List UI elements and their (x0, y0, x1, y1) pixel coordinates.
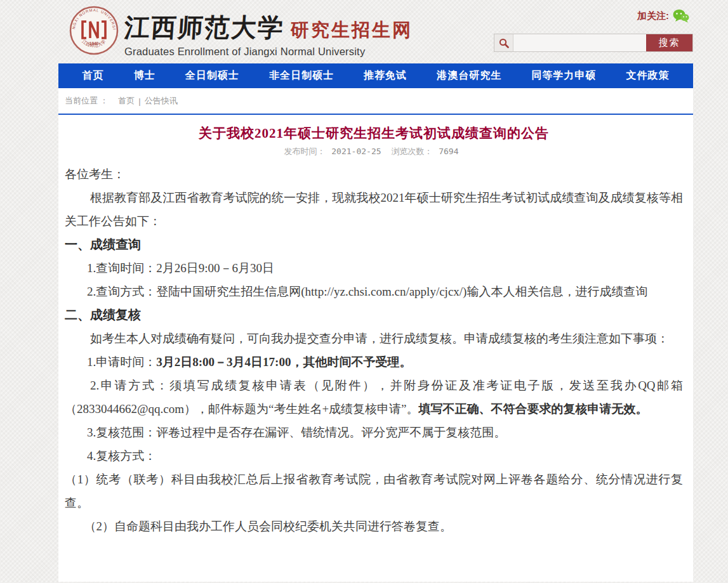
breadcrumb-home-link[interactable]: 首页 (118, 95, 135, 107)
site-title-chinese: 江西师范大学 (123, 10, 286, 45)
section2-item1-bold: 3月2日8:00－3月4日17:00，其他时间不予受理。 (156, 355, 411, 369)
site-title-english: Graduates Enrollment of Jiangxi Normal U… (124, 46, 413, 58)
view-count-value: 7694 (439, 147, 458, 156)
article: 关于我校2021年硕士研究生招生考试初试成绩查询的公告 发布时间： 2021-0… (58, 115, 693, 582)
section2-item4: 4.复核方式： (65, 444, 683, 468)
wechat-icon[interactable] (673, 9, 689, 23)
article-meta: 发布时间： 2021-02-25 浏览次数： 7694 (65, 146, 683, 157)
section2-item2: 2.申请方式：须填写成绩复核申请表（见附件），并附身份证及准考证电子版，发送至我… (65, 374, 683, 421)
main-navigation: 首页 博士 全日制硕士 非全日制硕士 推荐免试 港澳台研究生 同等学力申硕 文件… (58, 63, 693, 88)
page-column: JIANGXI NORMAL UNIVERSITY 1940 江西师范大学 江西… (58, 0, 693, 582)
site-header: JIANGXI NORMAL UNIVERSITY 1940 江西师范大学 江西… (58, 0, 693, 63)
section1-heading: 一、成绩查询 (65, 233, 683, 256)
site-title-suffix: 研究生招生网 (291, 18, 413, 43)
follow-us: 加关注: (637, 9, 689, 23)
section2-heading: 二、成绩复核 (65, 303, 683, 327)
nav-item-exempt-recommendation[interactable]: 推荐免试 (364, 69, 407, 82)
breadcrumb-spacer (112, 96, 115, 106)
breadcrumb-separator: | (138, 96, 140, 106)
university-seal-logo: JIANGXI NORMAL UNIVERSITY 1940 江西师范大学 (69, 5, 119, 56)
article-title: 关于我校2021年硕士研究生招生考试初试成绩查询的公告 (65, 124, 683, 143)
search-icon-cell (494, 34, 513, 51)
view-count-label: 浏览次数： (391, 147, 432, 156)
search-input[interactable] (513, 34, 646, 51)
publish-time-label: 发布时间： (284, 147, 325, 156)
nav-item-equivalent-degree[interactable]: 同等学力申硕 (531, 69, 596, 82)
nav-item-fulltime-masters[interactable]: 全日制硕士 (185, 69, 239, 82)
search-icon (499, 38, 509, 48)
nav-item-hk-macao-taiwan[interactable]: 港澳台研究生 (437, 69, 501, 82)
search-button[interactable]: 搜索 (646, 34, 692, 51)
section1-item2: 2.查询方式：登陆中国研究生招生信息网(http://yz.chsi.com.c… (65, 280, 683, 303)
follow-label: 加关注: (637, 10, 669, 22)
breadcrumb-section-link[interactable]: 公告快讯 (145, 95, 178, 107)
nav-item-home[interactable]: 首页 (83, 69, 104, 82)
section2-item1-label: 1.申请时间： (87, 355, 156, 369)
paragraph-intro: 根据教育部及江西省教育考试院的统一安排，现就我校2021年硕士研究生招生考试初试… (65, 186, 683, 233)
nav-item-policies[interactable]: 文件政策 (626, 69, 669, 82)
section1-item1: 1.查询时间：2月26日9:00－6月30日 (65, 256, 683, 280)
search-bar: 搜索 (494, 34, 693, 52)
section2-item2-bold: 填写不正确、不符合要求的复核申请无效。 (419, 402, 648, 416)
section2-item4-sub1: （1）统考（联考）科目由我校汇总后上报省教育考试院，由省教育考试院对网上评卷各题… (65, 468, 683, 514)
section2-item3: 3.复核范围：评卷过程中是否存在漏评、错统情况。评分宽严不属于复核范围。 (65, 421, 683, 444)
site-brand: 江西师范大学 研究生招生网 Graduates Enrollment of Ji… (124, 10, 413, 58)
nav-item-doctoral[interactable]: 博士 (134, 69, 156, 82)
nav-item-parttime-masters[interactable]: 非全日制硕士 (269, 69, 334, 82)
breadcrumb-label: 当前位置 ： (65, 95, 109, 107)
section2-item4-sub2: （2）自命题科目由我办工作人员会同校纪委机关共同进行答卷复查。 (65, 514, 683, 538)
breadcrumb: 当前位置 ： 首页 | 公告快讯 (58, 88, 693, 115)
section2-intro: 如考生本人对成绩确有疑问，可向我办提交查分申请，进行成绩复核。申请成绩复核的考生… (65, 327, 683, 350)
publish-time-value: 2021-02-25 (331, 147, 381, 156)
article-body: 各位考生： 根据教育部及江西省教育考试院的统一安排，现就我校2021年硕士研究生… (65, 162, 683, 538)
paragraph-greeting: 各位考生： (65, 162, 683, 186)
section2-item1: 1.申请时间：3月2日8:00－3月4日17:00，其他时间不予受理。 (65, 350, 683, 374)
